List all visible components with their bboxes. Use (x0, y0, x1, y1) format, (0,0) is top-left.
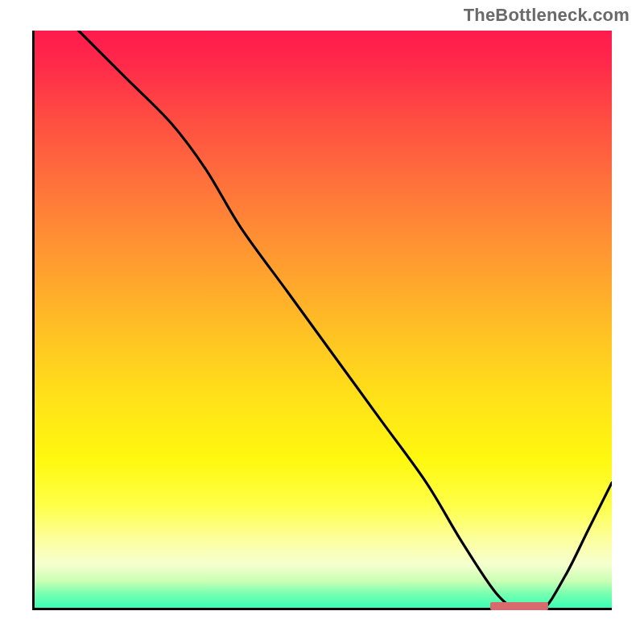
watermark-text: TheBottleneck.com (464, 5, 630, 26)
highlight-x-range-marker (490, 602, 548, 610)
chart-container (32, 31, 612, 610)
line-curve (32, 31, 612, 610)
